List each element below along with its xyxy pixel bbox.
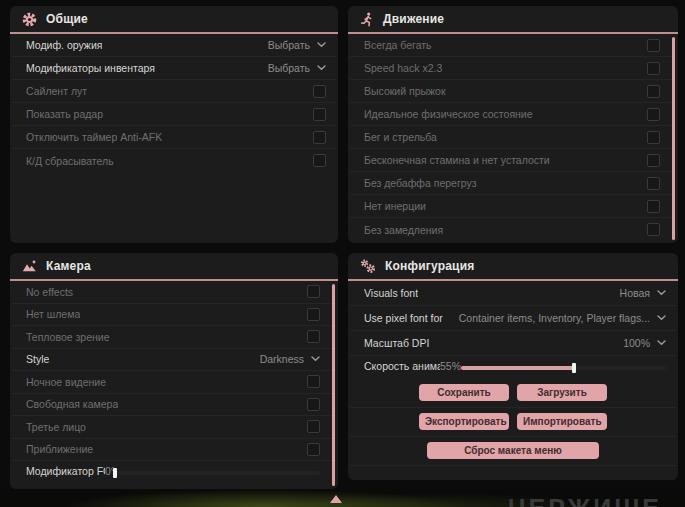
- export-button[interactable]: Экспортировать: [419, 413, 509, 430]
- slider-track[interactable]: [461, 366, 666, 370]
- load-button[interactable]: Загрузить: [517, 384, 607, 401]
- checkbox[interactable]: [647, 108, 660, 121]
- setting-row-dropdown[interactable]: Visuals fontНовая: [350, 281, 676, 306]
- setting-label: Visuals font: [364, 287, 418, 299]
- setting-row-checkbox[interactable]: Без дебаффа перегруз: [350, 172, 676, 195]
- setting-row-checkbox[interactable]: Третье лицо: [12, 416, 336, 439]
- setting-row-slider[interactable]: Скорость анимации55%: [350, 356, 676, 379]
- checkbox[interactable]: [307, 420, 320, 433]
- setting-label: Модификаторы инвентаря: [26, 62, 155, 74]
- dropdown-selected-value: Выбрать: [268, 39, 310, 51]
- panel-config-header: Конфигурация: [348, 253, 678, 281]
- panel-title: Движение: [383, 12, 444, 26]
- setting-row-slider[interactable]: Модификатор FOV0°: [12, 461, 336, 484]
- setting-row-checkbox[interactable]: Бесконечная стамина и нет усталости: [350, 149, 676, 172]
- scrollbar[interactable]: [332, 284, 335, 486]
- gear-icon: [22, 12, 37, 27]
- dropdown[interactable]: Новая: [620, 287, 666, 299]
- dropdown[interactable]: Выбрать: [268, 39, 326, 51]
- setting-label: Модиф. оружия: [26, 39, 102, 51]
- setting-row-checkbox[interactable]: Всегда бегать: [350, 34, 676, 57]
- setting-label: Приближение: [26, 443, 93, 455]
- setting-row-checkbox[interactable]: Отключить таймер Anti-AFK: [12, 126, 336, 149]
- setting-row-checkbox[interactable]: К/Д сбрасыватель: [12, 149, 336, 172]
- setting-label: Style: [26, 353, 49, 365]
- setting-row-checkbox[interactable]: Свободная камера: [12, 394, 336, 417]
- setting-label: Без замедления: [364, 224, 443, 236]
- checkbox[interactable]: [647, 62, 660, 75]
- reset-menu-layout-button[interactable]: Сброс макета меню: [427, 442, 599, 459]
- checkbox[interactable]: [647, 154, 660, 167]
- setting-row-dropdown[interactable]: Масштаб DPI100%: [350, 331, 676, 356]
- dropdown-selected-value: Darkness: [260, 353, 304, 365]
- checkbox[interactable]: [313, 131, 326, 144]
- slider-value: 55%: [440, 360, 461, 372]
- panel-movement-rows: Всегда бегатьSpeed hack x2.3Высокий прыж…: [348, 34, 678, 241]
- dropdown[interactable]: 100%: [623, 337, 666, 349]
- checkbox[interactable]: [647, 200, 660, 213]
- setting-label: Всегда бегать: [364, 39, 432, 51]
- setting-label: Идеальное физическое состояние: [364, 108, 533, 120]
- checkbox[interactable]: [647, 223, 660, 236]
- setting-label: Масштаб DPI: [364, 337, 429, 349]
- setting-row-dropdown[interactable]: Use pixel font forContainer items, Inven…: [350, 306, 676, 331]
- checkbox[interactable]: [307, 330, 320, 343]
- setting-row-checkbox[interactable]: Бег и стрельба: [350, 126, 676, 149]
- panel-config: Конфигурация Visuals fontНоваяUse pixel …: [348, 253, 678, 480]
- panel-movement-header: Движение: [348, 6, 678, 34]
- setting-row-checkbox[interactable]: Нет шлема: [12, 304, 336, 327]
- setting-row-checkbox[interactable]: Высокий прыжок: [350, 80, 676, 103]
- setting-row-checkbox[interactable]: Ночное видение: [12, 371, 336, 394]
- setting-row-checkbox[interactable]: Идеальное физическое состояние: [350, 103, 676, 126]
- checkbox[interactable]: [313, 85, 326, 98]
- dropdown-selected-value: Выбрать: [268, 62, 310, 74]
- dropdown-selected-value: Container items, Inventory, Player flags…: [459, 312, 650, 324]
- setting-row-checkbox[interactable]: Тепловое зрение: [12, 326, 336, 349]
- setting-label: Бесконечная стамина и нет усталости: [364, 154, 550, 166]
- checkbox[interactable]: [647, 39, 660, 52]
- gears-icon: [360, 259, 376, 274]
- panel-general: Общие Модиф. оружияВыбратьМодификаторы и…: [10, 6, 338, 243]
- checkbox[interactable]: [647, 131, 660, 144]
- setting-row-checkbox[interactable]: Без замедления: [350, 218, 676, 241]
- watermark-text: ЧЕРЖИШЕ: [508, 494, 662, 507]
- checkbox[interactable]: [647, 177, 660, 190]
- setting-row-dropdown[interactable]: Модификаторы инвентаряВыбрать: [12, 57, 336, 80]
- setting-row-checkbox[interactable]: Сайлент лут: [12, 80, 336, 103]
- setting-label: Ночное видение: [26, 376, 106, 388]
- slider-track[interactable]: [115, 471, 320, 475]
- panel-movement: Движение Всегда бегатьSpeed hack x2.3Выс…: [348, 6, 678, 243]
- setting-row-dropdown[interactable]: Модиф. оружияВыбрать: [12, 34, 336, 57]
- checkbox[interactable]: [307, 375, 320, 388]
- checkbox[interactable]: [647, 85, 660, 98]
- dropdown[interactable]: Выбрать: [268, 62, 326, 74]
- setting-row-checkbox[interactable]: No effects: [12, 281, 336, 304]
- scrollbar[interactable]: [672, 37, 675, 240]
- checkbox[interactable]: [307, 308, 320, 321]
- checkbox[interactable]: [313, 154, 326, 167]
- dropdown-selected-value: 100%: [623, 337, 650, 349]
- checkbox[interactable]: [307, 285, 320, 298]
- import-button[interactable]: Импортировать: [517, 413, 607, 430]
- checkbox[interactable]: [307, 443, 320, 456]
- checkbox[interactable]: [313, 108, 326, 121]
- setting-row-checkbox[interactable]: Приближение: [12, 439, 336, 462]
- chevron-down-icon: [311, 356, 320, 362]
- checkbox[interactable]: [307, 398, 320, 411]
- slider-handle[interactable]: [572, 363, 576, 373]
- setting-row-checkbox[interactable]: Показать радар: [12, 103, 336, 126]
- dropdown[interactable]: Container items, Inventory, Player flags…: [459, 312, 666, 324]
- panel-camera-header: Камера: [10, 253, 338, 281]
- slider-handle[interactable]: [113, 468, 117, 478]
- setting-row-checkbox[interactable]: Нет инерции: [350, 195, 676, 218]
- setting-label: Сайлент лут: [26, 85, 87, 97]
- chevron-down-icon: [657, 340, 666, 346]
- save-button[interactable]: Сохранить: [419, 384, 509, 401]
- setting-row-dropdown[interactable]: StyleDarkness: [12, 349, 336, 372]
- setting-row-checkbox[interactable]: Speed hack x2.3: [350, 57, 676, 80]
- chevron-down-icon: [317, 65, 326, 71]
- setting-label: Свободная камера: [26, 398, 118, 410]
- panel-title: Конфигурация: [385, 259, 474, 273]
- dropdown[interactable]: Darkness: [260, 353, 320, 365]
- runner-icon: [360, 12, 374, 27]
